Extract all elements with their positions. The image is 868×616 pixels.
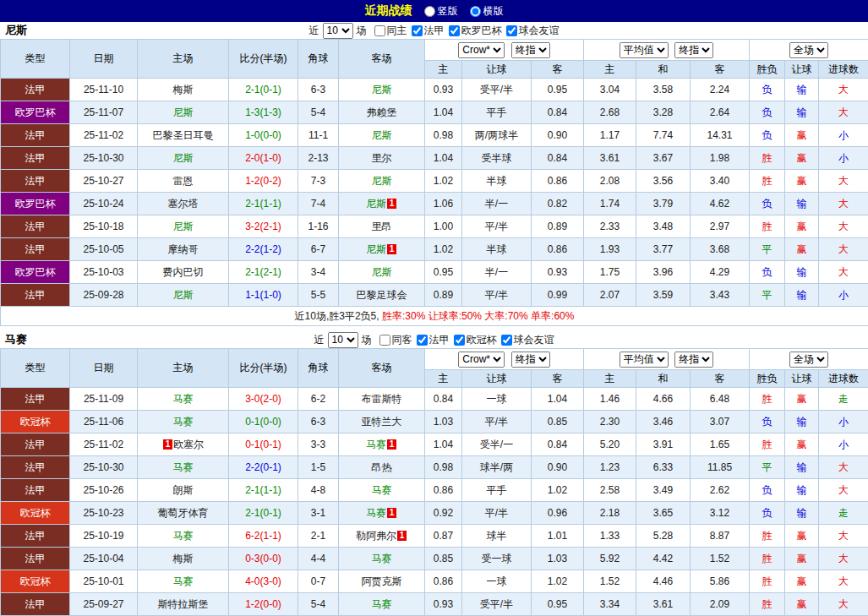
team-name-link[interactable]: 勒阿弗尔 bbox=[356, 530, 396, 542]
scope-select[interactable]: 全场 bbox=[789, 352, 828, 368]
score-link[interactable]: 2-1(0-1) bbox=[245, 507, 281, 519]
filter-checkbox[interactable] bbox=[379, 335, 390, 346]
filter-checkbox-item[interactable]: 同主 bbox=[374, 24, 407, 38]
team-name-link[interactable]: 马赛 bbox=[173, 530, 194, 542]
home-team-cell: 斯特拉斯堡 bbox=[138, 593, 229, 616]
team-name-link[interactable]: 尼斯 bbox=[173, 152, 194, 164]
filter-checkbox[interactable] bbox=[454, 335, 465, 346]
avg-final-select[interactable]: 终指 bbox=[674, 352, 713, 368]
corner-cell: 1-5 bbox=[298, 456, 339, 479]
team-name-link[interactable]: 阿贾克斯 bbox=[362, 575, 402, 587]
team-name-link[interactable]: 马赛 bbox=[173, 416, 194, 428]
team-name-link[interactable]: 梅斯 bbox=[173, 553, 194, 564]
score-link[interactable]: 2-1(0-1) bbox=[245, 84, 281, 95]
team-name-link[interactable]: 马赛 bbox=[372, 484, 392, 496]
score-link[interactable]: 1-2(0-2) bbox=[245, 175, 281, 187]
filter-checkbox[interactable] bbox=[374, 25, 385, 36]
score-link[interactable]: 0-3(0-0) bbox=[245, 553, 281, 564]
team-name-link[interactable]: 梅斯 bbox=[173, 84, 194, 95]
filter-checkbox[interactable] bbox=[412, 25, 423, 36]
match-count-select[interactable]: 10 bbox=[323, 23, 353, 39]
odds-company-select[interactable]: Crow* bbox=[458, 352, 505, 368]
team-name-link[interactable]: 昂热 bbox=[372, 461, 392, 473]
score-link[interactable]: 6-2(1-1) bbox=[245, 530, 281, 542]
filter-checkbox[interactable] bbox=[417, 335, 428, 346]
avg-final-select[interactable]: 终指 bbox=[674, 42, 713, 58]
layout-radio-horizontal[interactable]: 横版 bbox=[470, 4, 504, 19]
team-name-link[interactable]: 尼斯 bbox=[173, 289, 194, 301]
match-date: 25-09-27 bbox=[70, 593, 138, 616]
avg-select[interactable]: 平均值 bbox=[620, 42, 669, 58]
score-link[interactable]: 4-0(3-0) bbox=[245, 575, 281, 587]
team-name-link[interactable]: 欧塞尔 bbox=[173, 439, 204, 450]
team-name-link[interactable]: 巴黎足球会 bbox=[357, 289, 407, 301]
filter-checkbox-item[interactable]: 同客 bbox=[379, 333, 412, 347]
filter-checkbox[interactable] bbox=[506, 25, 517, 36]
team-name-link[interactable]: 朗斯 bbox=[173, 484, 194, 496]
filter-checkbox-item[interactable]: 欧冠杯 bbox=[454, 333, 497, 347]
col-avg-home: 主 bbox=[584, 61, 636, 79]
section-header: 尼斯 近 10 场 同主法甲欧罗巴杯球会友谊 bbox=[0, 22, 868, 39]
col-avg-draw: 和 bbox=[636, 370, 691, 388]
odds-final-select[interactable]: 终指 bbox=[511, 42, 550, 58]
score-link[interactable]: 1-1(1-0) bbox=[245, 289, 281, 301]
team-name-link[interactable]: 费内巴切 bbox=[163, 266, 204, 278]
team-name-link[interactable]: 马赛 bbox=[173, 393, 194, 405]
team-name-link[interactable]: 里尔 bbox=[372, 152, 392, 164]
team-name-link[interactable]: 马赛 bbox=[366, 507, 386, 519]
vertical-radio[interactable] bbox=[424, 6, 435, 17]
score-link[interactable]: 3-0(2-0) bbox=[245, 393, 281, 405]
team-name-link[interactable]: 弗赖堡 bbox=[367, 106, 397, 118]
avg-select[interactable]: 平均值 bbox=[620, 352, 669, 368]
team-name-link[interactable]: 巴黎圣日耳曼 bbox=[153, 129, 214, 141]
scope-select[interactable]: 全场 bbox=[789, 42, 828, 58]
team-name-link[interactable]: 里昂 bbox=[372, 221, 392, 232]
team-name-link[interactable]: 斯特拉斯堡 bbox=[158, 598, 209, 610]
filter-checkbox-item[interactable]: 球会友谊 bbox=[506, 24, 560, 38]
team-name-link[interactable]: 尼斯 bbox=[372, 129, 392, 141]
filter-checkbox[interactable] bbox=[501, 335, 512, 346]
score-link[interactable]: 2-1(2-1) bbox=[245, 266, 281, 278]
filter-checkbox[interactable] bbox=[449, 25, 460, 36]
score-link[interactable]: 1-3(1-3) bbox=[245, 106, 281, 118]
score-link[interactable]: 0-1(0-1) bbox=[245, 439, 281, 450]
score-link[interactable]: 2-2(0-1) bbox=[245, 461, 281, 473]
score-link[interactable]: 1-0(0-0) bbox=[245, 129, 281, 141]
team-name-link[interactable]: 布雷斯特 bbox=[362, 393, 402, 405]
team-name-link[interactable]: 葡萄牙体育 bbox=[158, 507, 209, 519]
team-name-link[interactable]: 尼斯 bbox=[366, 198, 386, 210]
filter-checkbox-item[interactable]: 欧罗巴杯 bbox=[449, 24, 502, 38]
team-name-link[interactable]: 尼斯 bbox=[173, 221, 194, 232]
team-name-link[interactable]: 尼斯 bbox=[372, 175, 392, 187]
score-link[interactable]: 2-2(1-2) bbox=[245, 243, 281, 255]
filter-checkbox-item[interactable]: 法甲 bbox=[417, 333, 450, 347]
team-name-link[interactable]: 马赛 bbox=[173, 575, 194, 587]
team-name-link[interactable]: 马赛 bbox=[366, 439, 386, 450]
odds-final-select[interactable]: 终指 bbox=[511, 352, 550, 368]
team-name-link[interactable]: 尼斯 bbox=[372, 266, 392, 278]
team-name-link[interactable]: 亚特兰大 bbox=[362, 416, 402, 428]
layout-radio-vertical[interactable]: 竖版 bbox=[424, 4, 458, 19]
score-link[interactable]: 2-1(1-1) bbox=[245, 484, 281, 496]
score-link[interactable]: 0-1(0-0) bbox=[245, 416, 281, 428]
team-name-link[interactable]: 马赛 bbox=[372, 598, 392, 610]
avg-home-cell: 2.68 bbox=[584, 101, 636, 124]
team-name-link[interactable]: 摩纳哥 bbox=[168, 243, 199, 255]
score-link[interactable]: 2-0(1-0) bbox=[245, 152, 281, 164]
team-name-link[interactable]: 尼斯 bbox=[173, 106, 194, 118]
score-link[interactable]: 1-2(0-0) bbox=[245, 598, 281, 610]
team-name-link[interactable]: 马赛 bbox=[372, 553, 392, 564]
horizontal-radio[interactable] bbox=[470, 6, 481, 17]
odds-company-select[interactable]: Crow* bbox=[458, 42, 505, 58]
filter-checkbox-item[interactable]: 球会友谊 bbox=[501, 333, 554, 347]
team-name-link[interactable]: 尼斯 bbox=[372, 84, 392, 95]
score-link[interactable]: 3-2(2-1) bbox=[245, 221, 281, 232]
score-link[interactable]: 2-1(1-1) bbox=[245, 198, 281, 210]
filter-checkbox-item[interactable]: 法甲 bbox=[412, 24, 445, 38]
match-count-select[interactable]: 10 bbox=[328, 332, 358, 348]
match-row: 法甲25-09-28尼斯1-1(1-0)5-5巴黎足球会0.89平/半0.992… bbox=[1, 284, 868, 307]
team-name-link[interactable]: 塞尔塔 bbox=[168, 198, 199, 210]
team-name-link[interactable]: 尼斯 bbox=[366, 243, 386, 255]
team-name-link[interactable]: 雷恩 bbox=[173, 175, 194, 187]
team-name-link[interactable]: 马赛 bbox=[173, 461, 194, 473]
